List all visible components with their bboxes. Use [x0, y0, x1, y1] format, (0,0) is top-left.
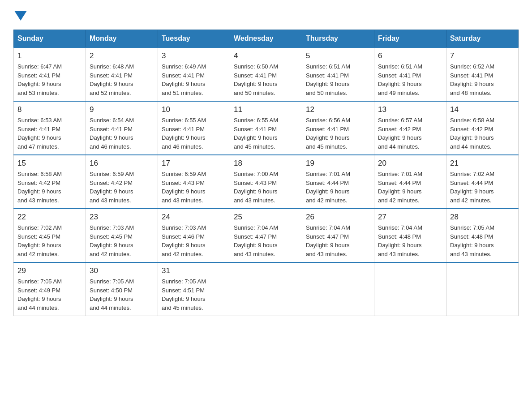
calendar-cell: 9 Sunrise: 6:54 AMSunset: 4:41 PMDayligh…	[86, 101, 158, 155]
calendar-cell: 8 Sunrise: 6:53 AMSunset: 4:41 PMDayligh…	[14, 101, 86, 155]
day-number: 29	[17, 266, 82, 275]
day-number: 8	[17, 105, 82, 114]
day-info: Sunrise: 6:58 AMSunset: 4:42 PMDaylight:…	[17, 170, 82, 205]
day-info: Sunrise: 7:02 AMSunset: 4:45 PMDaylight:…	[17, 223, 82, 258]
calendar-cell: 14 Sunrise: 6:58 AMSunset: 4:42 PMDaylig…	[446, 101, 519, 155]
calendar-cell: 7 Sunrise: 6:52 AMSunset: 4:41 PMDayligh…	[446, 47, 519, 101]
calendar-cell: 24 Sunrise: 7:03 AMSunset: 4:46 PMDaylig…	[158, 209, 230, 262]
calendar-cell: 30 Sunrise: 7:05 AMSunset: 4:50 PMDaylig…	[86, 262, 158, 316]
calendar-week-row: 8 Sunrise: 6:53 AMSunset: 4:41 PMDayligh…	[14, 101, 519, 155]
calendar-cell: 31 Sunrise: 7:05 AMSunset: 4:51 PMDaylig…	[158, 262, 230, 316]
day-info: Sunrise: 6:59 AMSunset: 4:42 PMDaylight:…	[90, 170, 154, 205]
calendar-cell: 27 Sunrise: 7:04 AMSunset: 4:48 PMDaylig…	[374, 209, 446, 262]
day-number: 12	[306, 105, 370, 114]
day-number: 27	[378, 213, 442, 222]
calendar-cell: 26 Sunrise: 7:04 AMSunset: 4:47 PMDaylig…	[302, 209, 374, 262]
calendar-cell: 19 Sunrise: 7:01 AMSunset: 4:44 PMDaylig…	[302, 155, 374, 209]
day-info: Sunrise: 6:50 AMSunset: 4:41 PMDaylight:…	[234, 62, 298, 97]
logo	[13, 9, 27, 21]
day-number: 1	[17, 51, 82, 60]
day-info: Sunrise: 6:59 AMSunset: 4:43 PMDaylight:…	[162, 170, 226, 205]
calendar-cell: 1 Sunrise: 6:47 AMSunset: 4:41 PMDayligh…	[14, 47, 86, 101]
calendar-cell: 22 Sunrise: 7:02 AMSunset: 4:45 PMDaylig…	[14, 209, 86, 262]
calendar-cell: 18 Sunrise: 7:00 AMSunset: 4:43 PMDaylig…	[230, 155, 302, 209]
calendar-cell: 3 Sunrise: 6:49 AMSunset: 4:41 PMDayligh…	[158, 47, 230, 101]
calendar-cell: 4 Sunrise: 6:50 AMSunset: 4:41 PMDayligh…	[230, 47, 302, 101]
day-info: Sunrise: 7:04 AMSunset: 4:47 PMDaylight:…	[306, 223, 370, 258]
day-number: 19	[306, 159, 370, 168]
day-info: Sunrise: 6:58 AMSunset: 4:42 PMDaylight:…	[450, 116, 515, 151]
calendar-cell: 12 Sunrise: 6:56 AMSunset: 4:41 PMDaylig…	[302, 101, 374, 155]
day-info: Sunrise: 6:51 AMSunset: 4:41 PMDaylight:…	[378, 62, 442, 97]
day-info: Sunrise: 6:57 AMSunset: 4:42 PMDaylight:…	[378, 116, 442, 151]
calendar-cell: 16 Sunrise: 6:59 AMSunset: 4:42 PMDaylig…	[86, 155, 158, 209]
day-info: Sunrise: 6:56 AMSunset: 4:41 PMDaylight:…	[306, 116, 370, 151]
calendar-cell: 29 Sunrise: 7:05 AMSunset: 4:49 PMDaylig…	[14, 262, 86, 316]
day-number: 28	[450, 213, 515, 222]
day-info: Sunrise: 7:04 AMSunset: 4:48 PMDaylight:…	[378, 223, 442, 258]
day-info: Sunrise: 7:04 AMSunset: 4:47 PMDaylight:…	[234, 223, 298, 258]
header-cell-monday: Monday	[86, 30, 158, 48]
calendar-table: SundayMondayTuesdayWednesdayThursdayFrid…	[13, 30, 519, 316]
calendar-cell: 13 Sunrise: 6:57 AMSunset: 4:42 PMDaylig…	[374, 101, 446, 155]
day-number: 20	[378, 159, 442, 168]
calendar-cell	[302, 262, 374, 316]
header-cell-saturday: Saturday	[446, 30, 519, 48]
calendar-body: 1 Sunrise: 6:47 AMSunset: 4:41 PMDayligh…	[14, 47, 519, 316]
calendar-cell: 6 Sunrise: 6:51 AMSunset: 4:41 PMDayligh…	[374, 47, 446, 101]
day-info: Sunrise: 6:48 AMSunset: 4:41 PMDaylight:…	[90, 62, 154, 97]
day-info: Sunrise: 6:49 AMSunset: 4:41 PMDaylight:…	[162, 62, 226, 97]
calendar-cell: 15 Sunrise: 6:58 AMSunset: 4:42 PMDaylig…	[14, 155, 86, 209]
calendar-cell: 10 Sunrise: 6:55 AMSunset: 4:41 PMDaylig…	[158, 101, 230, 155]
day-info: Sunrise: 7:03 AMSunset: 4:45 PMDaylight:…	[90, 223, 154, 258]
day-number: 16	[90, 159, 154, 168]
day-info: Sunrise: 7:00 AMSunset: 4:43 PMDaylight:…	[234, 170, 298, 205]
calendar-week-row: 22 Sunrise: 7:02 AMSunset: 4:45 PMDaylig…	[14, 209, 519, 262]
day-number: 17	[162, 159, 226, 168]
header-cell-wednesday: Wednesday	[230, 30, 302, 48]
day-info: Sunrise: 7:01 AMSunset: 4:44 PMDaylight:…	[378, 170, 442, 205]
day-number: 3	[162, 51, 226, 60]
header-cell-tuesday: Tuesday	[158, 30, 230, 48]
calendar-cell: 21 Sunrise: 7:02 AMSunset: 4:44 PMDaylig…	[446, 155, 519, 209]
calendar-header: SundayMondayTuesdayWednesdayThursdayFrid…	[14, 30, 519, 48]
day-info: Sunrise: 6:51 AMSunset: 4:41 PMDaylight:…	[306, 62, 370, 97]
calendar-cell	[374, 262, 446, 316]
day-info: Sunrise: 7:01 AMSunset: 4:44 PMDaylight:…	[306, 170, 370, 205]
calendar-cell: 23 Sunrise: 7:03 AMSunset: 4:45 PMDaylig…	[86, 209, 158, 262]
day-number: 5	[306, 51, 370, 60]
calendar-cell: 11 Sunrise: 6:55 AMSunset: 4:41 PMDaylig…	[230, 101, 302, 155]
header-row: SundayMondayTuesdayWednesdayThursdayFrid…	[14, 30, 519, 48]
calendar-cell	[446, 262, 519, 316]
day-number: 24	[162, 213, 226, 222]
day-info: Sunrise: 6:54 AMSunset: 4:41 PMDaylight:…	[90, 116, 154, 151]
day-number: 2	[90, 51, 154, 60]
day-number: 15	[17, 159, 82, 168]
day-info: Sunrise: 7:02 AMSunset: 4:44 PMDaylight:…	[450, 170, 515, 205]
day-number: 11	[234, 105, 298, 114]
calendar-cell	[230, 262, 302, 316]
day-number: 26	[306, 213, 370, 222]
calendar-week-row: 29 Sunrise: 7:05 AMSunset: 4:49 PMDaylig…	[14, 262, 519, 316]
day-number: 30	[90, 266, 154, 275]
day-info: Sunrise: 7:05 AMSunset: 4:48 PMDaylight:…	[450, 223, 515, 258]
day-number: 18	[234, 159, 298, 168]
calendar-week-row: 1 Sunrise: 6:47 AMSunset: 4:41 PMDayligh…	[14, 47, 519, 101]
day-info: Sunrise: 6:55 AMSunset: 4:41 PMDaylight:…	[162, 116, 226, 151]
page-header	[13, 9, 519, 21]
day-number: 7	[450, 51, 515, 60]
calendar-week-row: 15 Sunrise: 6:58 AMSunset: 4:42 PMDaylig…	[14, 155, 519, 209]
day-number: 9	[90, 105, 154, 114]
day-number: 14	[450, 105, 515, 114]
calendar-cell: 5 Sunrise: 6:51 AMSunset: 4:41 PMDayligh…	[302, 47, 374, 101]
day-number: 23	[90, 213, 154, 222]
logo-triangle-icon	[14, 11, 27, 21]
day-number: 25	[234, 213, 298, 222]
day-info: Sunrise: 7:03 AMSunset: 4:46 PMDaylight:…	[162, 223, 226, 258]
day-number: 10	[162, 105, 226, 114]
day-number: 4	[234, 51, 298, 60]
day-number: 21	[450, 159, 515, 168]
day-info: Sunrise: 6:55 AMSunset: 4:41 PMDaylight:…	[234, 116, 298, 151]
calendar-cell: 17 Sunrise: 6:59 AMSunset: 4:43 PMDaylig…	[158, 155, 230, 209]
calendar-cell: 2 Sunrise: 6:48 AMSunset: 4:41 PMDayligh…	[86, 47, 158, 101]
